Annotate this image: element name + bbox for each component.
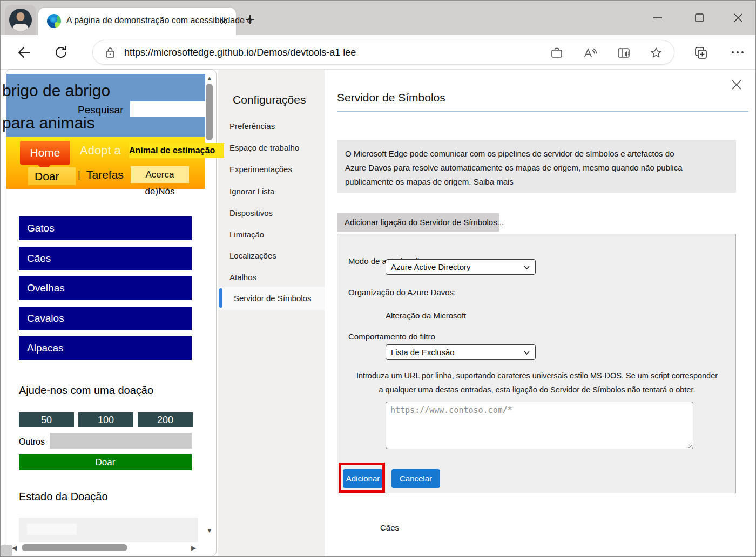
read-aloud-icon[interactable] xyxy=(583,46,597,59)
split-screen-reader-icon[interactable] xyxy=(617,46,631,59)
maximize-icon[interactable] xyxy=(694,12,705,23)
cancel-button[interactable]: Cancelar xyxy=(392,469,440,488)
settings-item-experimentacoes[interactable]: Experimentações xyxy=(230,165,292,174)
devtools-settings-nav: Configurações Preferências Espaço de tra… xyxy=(218,70,325,557)
demo-page-header: brigo de abrigo para animais Pesquisar xyxy=(6,74,205,137)
url-textarea-wrap xyxy=(386,402,693,449)
scroll-right-icon[interactable]: ▶ xyxy=(191,545,196,551)
other-amount-label: Outros xyxy=(19,437,45,447)
demo-page-panel: brigo de abrigo para animais Pesquisar H… xyxy=(5,69,217,556)
settings-item-servidor-simbolos[interactable]: Servidor de Símbolos xyxy=(234,294,311,303)
settings-item-selected-row[interactable]: Servidor de Símbolos xyxy=(218,287,325,310)
settings-item-limitacao[interactable]: Limitação xyxy=(230,230,264,239)
window-close-icon[interactable] xyxy=(733,12,744,23)
collections-icon[interactable] xyxy=(694,46,708,60)
back-icon[interactable] xyxy=(17,45,32,60)
favorites-star-icon[interactable] xyxy=(650,46,663,59)
panel-title: Servidor de Símbolos xyxy=(337,91,446,104)
url-pattern-textarea[interactable] xyxy=(386,402,693,449)
browser-window: A página de demonstração com acessibilid… xyxy=(0,0,756,557)
tab-title: A página de demonstração com acessibilid… xyxy=(66,16,252,25)
panel-close-icon[interactable] xyxy=(730,78,743,91)
site-navbar: Home Adopt a Animal de estimação Doar | … xyxy=(6,137,205,189)
search-label: Pesquisar xyxy=(78,104,124,116)
site-heading-line1: brigo de abrigo xyxy=(2,81,110,100)
filter-behavior-label: Comportamento do filtro xyxy=(348,332,435,341)
animal-button-cavalos[interactable]: Cavalos xyxy=(19,307,192,330)
site-heading-line2: para animais xyxy=(2,114,95,132)
briefcase-icon[interactable] xyxy=(550,46,563,59)
nav-tasks-link[interactable]: Tarefas xyxy=(86,168,124,181)
donation-status-field xyxy=(27,524,77,535)
url-hint-line1: Introduza um URL por linha, suportando c… xyxy=(338,371,737,380)
settings-item-atalhos[interactable]: Atalhos xyxy=(230,273,256,282)
url-text: https://microsoftedge.github.io/Demos/de… xyxy=(124,47,356,58)
other-amount-input[interactable] xyxy=(50,433,192,449)
animal-button-caes[interactable]: Cães xyxy=(19,247,192,270)
settings-item-localizacoes[interactable]: Localizações xyxy=(230,251,276,260)
url-hint-line2: a qualquer uma destas entradas, esta lig… xyxy=(338,385,737,394)
auth-mode-value: Azure Active Directory xyxy=(391,262,471,271)
symbol-server-panel: Servidor de Símbolos O Microsoft Edge po… xyxy=(325,70,756,557)
settings-item-preferencias[interactable]: Preferências xyxy=(230,121,275,131)
browser-tab[interactable]: A página de demonstração com acessibilid… xyxy=(38,8,236,35)
nav-separator: | xyxy=(78,169,80,180)
annotation-highlight-box xyxy=(339,463,385,493)
description-line2: Azure Davos para resolve automaticamente… xyxy=(345,161,728,175)
browser-toolbar: https://microsoftedge.github.io/Demos/de… xyxy=(1,35,756,70)
horizontal-scrollbar-thumb[interactable] xyxy=(22,544,127,551)
description-line3: publicamente os mapas de origem. Saiba m… xyxy=(345,175,728,189)
chevron-down-icon xyxy=(523,349,530,356)
org-label: Organização do Azure Davos: xyxy=(348,288,456,297)
donate-button[interactable]: Doar xyxy=(19,454,192,470)
address-bar[interactable]: https://microsoftedge.github.io/Demos/de… xyxy=(92,40,674,65)
avatar xyxy=(9,9,32,31)
add-symbol-server-link-button[interactable]: Adicionar ligação do Servidor de Símbolo… xyxy=(337,213,499,232)
search-input[interactable] xyxy=(130,101,206,117)
scroll-down-icon[interactable]: ▼ xyxy=(206,527,213,534)
donation-status-heading: Estado da Doação xyxy=(19,491,108,503)
settings-item-dispositivos[interactable]: Dispositivos xyxy=(230,208,273,218)
donation-status-box xyxy=(19,518,198,542)
symbol-server-form: Modo de autorização: Azure Active Direct… xyxy=(337,234,736,493)
minimize-icon[interactable] xyxy=(652,12,663,23)
description-line1: O Microsoft Edge pode comunicar com os p… xyxy=(345,147,728,161)
filter-behavior-value: Lista de Exclusão xyxy=(391,348,455,357)
chevron-down-icon xyxy=(523,264,530,271)
nav-about-link[interactable]: Acerca de)Nós xyxy=(131,166,189,183)
refresh-icon[interactable] xyxy=(53,45,69,60)
org-value: Alteração da Microsoft xyxy=(386,311,466,320)
profile-button[interactable] xyxy=(5,5,36,35)
description-box: O Microsoft Edge pode comunicar com os p… xyxy=(337,140,736,193)
title-underline xyxy=(337,111,748,112)
donation-heading: Ajude-nos com uma doação xyxy=(19,384,153,397)
settings-item-ignorar-lista[interactable]: Ignorar Lista xyxy=(230,187,274,196)
nav-donate-link[interactable]: Doar xyxy=(28,167,76,185)
selected-indicator-bar xyxy=(219,288,222,308)
amount-50-button[interactable]: 50 xyxy=(19,412,74,427)
vertical-scrollbar-thumb[interactable] xyxy=(206,84,213,140)
amount-200-button[interactable]: 200 xyxy=(138,412,193,427)
scrollbar-corner xyxy=(1,545,12,556)
panel-footer-text: Cães xyxy=(380,523,399,532)
scroll-up-icon[interactable]: ▲ xyxy=(206,75,213,81)
filter-behavior-select[interactable]: Lista de Exclusão xyxy=(386,344,536,360)
nav-pet-link[interactable]: Animal de estimação xyxy=(129,143,224,158)
tab-strip: A página de demonstração com acessibilid… xyxy=(1,1,756,35)
settings-menu-icon[interactable] xyxy=(731,49,745,56)
nav-home-button[interactable]: Home xyxy=(20,141,70,165)
lock-icon xyxy=(105,47,116,59)
animal-button-ovelhas[interactable]: Ovelhas xyxy=(19,276,192,300)
animal-button-alpacas[interactable]: Alpacas xyxy=(19,336,192,360)
settings-item-espaco[interactable]: Espaço de trabalho xyxy=(230,143,299,152)
auth-mode-select[interactable]: Azure Active Directory xyxy=(386,259,536,275)
scroll-left-icon[interactable]: ◀ xyxy=(12,545,17,551)
settings-title: Configurações xyxy=(233,93,306,106)
edge-logo-icon xyxy=(47,14,61,28)
amount-100-button[interactable]: 100 xyxy=(78,412,133,427)
animal-button-gatos[interactable]: Gatos xyxy=(19,216,192,240)
nav-adopt-link[interactable]: Adopt a xyxy=(80,144,121,158)
